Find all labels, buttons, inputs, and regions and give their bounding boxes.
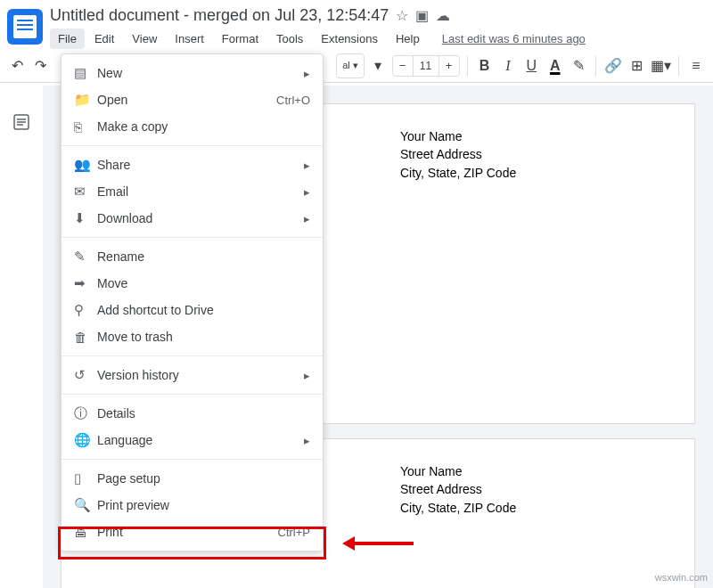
highlight-color-button[interactable]: ✎ [569, 53, 588, 78]
font-size-plus[interactable]: + [439, 59, 459, 72]
submenu-arrow-icon: ▸ [304, 434, 310, 447]
menu-download[interactable]: ⬇ Download ▸ [61, 205, 323, 232]
bold-button[interactable]: B [474, 53, 494, 78]
doc-text-line: Street Address [400, 480, 668, 498]
submenu-arrow-icon: ▸ [304, 369, 310, 382]
menu-label: Open [97, 93, 276, 107]
shortcut-label: Ctrl+P [278, 526, 310, 539]
font-dropdown[interactable]: ▾ [368, 53, 388, 78]
menu-version-history[interactable]: ↺ Version history ▸ [61, 362, 323, 388]
doc-text-line: City, State, ZIP Code [400, 499, 668, 517]
menu-email[interactable]: ✉ Email ▸ [61, 178, 323, 205]
history-icon: ↺ [74, 367, 97, 383]
menu-edit[interactable]: Edit [86, 29, 122, 49]
menu-label: Make a copy [97, 119, 310, 134]
menu-label: Download [97, 211, 304, 225]
divider [61, 355, 323, 356]
submenu-arrow-icon: ▸ [304, 185, 310, 199]
file-menu-dropdown: ▤ New ▸ 📁 Open Ctrl+O ⎘ Make a copy 👥 Sh… [61, 53, 324, 551]
menu-share[interactable]: 👥 Share ▸ [61, 151, 323, 178]
doc-title[interactable]: Untitled document - merged on Jul 23, 12… [50, 6, 389, 25]
font-size-minus[interactable]: − [393, 59, 413, 72]
menu-label: Share [97, 158, 304, 172]
menu-open[interactable]: 📁 Open Ctrl+O [61, 86, 323, 113]
download-icon: ⬇ [74, 210, 97, 226]
menu-file[interactable]: File [50, 29, 85, 49]
menu-new[interactable]: ▤ New ▸ [61, 60, 323, 86]
menu-label: Page setup [97, 471, 310, 486]
menu-page-setup[interactable]: ▯ Page setup [61, 465, 323, 492]
annotation-arrow [342, 539, 414, 550]
menu-extensions[interactable]: Extensions [313, 29, 386, 49]
menubar: File Edit View Insert Format Tools Exten… [50, 29, 706, 49]
left-rail [0, 86, 43, 588]
divider [61, 459, 323, 460]
doc-text-line: Your Name [400, 127, 668, 145]
divider [61, 394, 323, 395]
menu-label: Add shortcut to Drive [97, 303, 310, 317]
menu-details[interactable]: ⓘ Details [61, 400, 323, 427]
page-icon: ▯ [74, 470, 97, 486]
email-icon: ✉ [74, 184, 97, 200]
shortcut-icon: ⚲ [74, 302, 97, 318]
menu-help[interactable]: Help [388, 29, 428, 49]
folder-icon: 📁 [74, 92, 97, 108]
underline-button[interactable]: U [521, 53, 541, 78]
menu-move[interactable]: ➡ Move [61, 270, 323, 297]
menu-tools[interactable]: Tools [268, 29, 311, 49]
menu-view[interactable]: View [124, 29, 165, 49]
menu-print[interactable]: 🖶 Print Ctrl+P [61, 519, 323, 545]
trash-icon: 🗑 [74, 330, 97, 345]
menu-label: Rename [97, 249, 310, 264]
insert-link-button[interactable]: 🔗 [603, 53, 623, 78]
menu-label: Language [97, 433, 304, 447]
undo-button[interactable]: ↶ [7, 53, 27, 78]
menu-label: Details [97, 406, 310, 421]
divider [61, 145, 323, 146]
menu-format[interactable]: Format [214, 29, 266, 49]
font-size-stepper[interactable]: − 11 + [392, 55, 460, 77]
text-color-button[interactable]: A [545, 53, 565, 78]
document-icon: ▤ [74, 65, 97, 81]
watermark: wsxwin.com [655, 572, 708, 583]
submenu-arrow-icon: ▸ [304, 67, 310, 80]
align-button[interactable]: ≡ [686, 53, 706, 78]
info-icon: ⓘ [74, 405, 97, 422]
font-size-value[interactable]: 11 [413, 56, 439, 76]
submenu-arrow-icon: ▸ [304, 159, 310, 172]
preview-icon: 🔍 [74, 497, 97, 513]
redo-button[interactable]: ↷ [30, 53, 50, 78]
cloud-status-icon[interactable]: ☁ [436, 7, 450, 24]
insert-image-button[interactable]: ▦▾ [651, 53, 671, 78]
menu-add-shortcut[interactable]: ⚲ Add shortcut to Drive [61, 297, 323, 323]
italic-button[interactable]: I [498, 53, 518, 78]
menu-rename[interactable]: ✎ Rename [61, 243, 323, 270]
doc-text-line: City, State, ZIP Code [400, 164, 668, 182]
separator [595, 56, 596, 76]
menu-label: Move [97, 276, 310, 290]
separator [467, 56, 468, 76]
menu-make-copy[interactable]: ⎘ Make a copy [61, 113, 323, 140]
menu-insert[interactable]: Insert [167, 29, 212, 49]
outline-icon[interactable] [13, 114, 29, 130]
style-dropdown[interactable]: al ▾ [336, 53, 365, 78]
divider [61, 237, 323, 238]
star-icon[interactable]: ☆ [396, 7, 408, 24]
rename-icon: ✎ [74, 249, 97, 265]
menu-label: Print [97, 525, 278, 539]
globe-icon: 🌐 [74, 432, 97, 448]
menu-label: Email [97, 184, 304, 199]
menu-label: Move to trash [97, 330, 310, 344]
menu-label: New [97, 66, 304, 80]
menu-language[interactable]: 🌐 Language ▸ [61, 427, 323, 453]
menu-print-preview[interactable]: 🔍 Print preview [61, 492, 323, 519]
add-comment-button[interactable]: ⊞ [627, 53, 646, 78]
move-to-folder-icon[interactable]: ▣ [415, 7, 429, 24]
share-icon: 👥 [74, 157, 97, 173]
docs-logo[interactable] [7, 9, 43, 45]
menu-label: Version history [97, 368, 304, 382]
menu-label: Print preview [97, 498, 310, 512]
last-edit-link[interactable]: Last edit was 6 minutes ago [442, 32, 586, 45]
print-icon: 🖶 [74, 525, 97, 540]
menu-move-to-trash[interactable]: 🗑 Move to trash [61, 323, 323, 350]
